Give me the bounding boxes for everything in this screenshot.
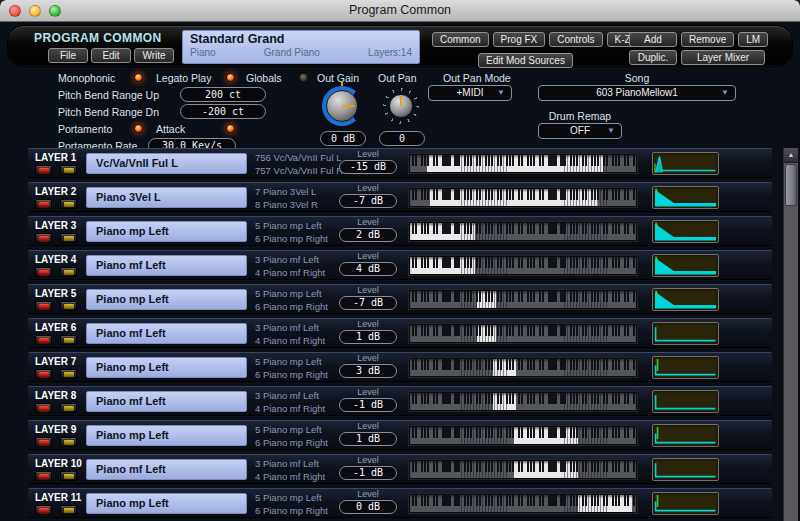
keyboard-range[interactable] xyxy=(408,221,638,242)
layer-solo-led-button[interactable] xyxy=(60,199,77,209)
envelope-display[interactable] xyxy=(652,322,719,345)
minimize-button[interactable] xyxy=(29,5,41,17)
edit-button[interactable]: Edit xyxy=(91,48,131,63)
layer-solo-led-button[interactable] xyxy=(60,369,77,379)
tab-common[interactable]: Common xyxy=(432,32,489,47)
envelope-display[interactable] xyxy=(652,424,719,447)
level-value-field[interactable]: -1 dB xyxy=(339,398,397,412)
layer-name-field[interactable]: Piano mp Left xyxy=(86,493,247,514)
layer-mute-led-button[interactable] xyxy=(35,437,52,447)
monophonic-led[interactable] xyxy=(134,73,143,82)
layer-name-field[interactable]: Piano 3Vel L xyxy=(86,187,247,208)
keyboard-range[interactable] xyxy=(408,425,638,446)
attack-led[interactable] xyxy=(226,124,235,133)
level-value-field[interactable]: 3 dB xyxy=(339,364,397,378)
layer-mute-led-button[interactable] xyxy=(35,165,52,175)
level-value-field[interactable]: 4 dB xyxy=(339,262,397,276)
zoom-button[interactable] xyxy=(49,5,61,17)
add-layer-button[interactable]: Add xyxy=(629,32,677,47)
layer-solo-led-button[interactable] xyxy=(60,471,77,481)
envelope-display[interactable] xyxy=(652,458,719,481)
edit-mod-sources-button[interactable]: Edit Mod Sources xyxy=(478,53,573,68)
envelope-display[interactable] xyxy=(652,152,719,175)
layer-name-field[interactable]: Piano mp Left xyxy=(86,425,247,446)
layer-name-field[interactable]: Piano mp Left xyxy=(86,357,247,378)
envelope-display[interactable] xyxy=(652,220,719,243)
scroll-up-button[interactable]: ▲ xyxy=(784,148,798,163)
layer-solo-led-button[interactable] xyxy=(60,267,77,277)
envelope-display[interactable] xyxy=(652,492,719,515)
song-select[interactable]: 603 PianoMellow1 ▼ xyxy=(538,85,736,101)
layer-solo-led-button[interactable] xyxy=(60,403,77,413)
level-value-field[interactable]: 1 dB xyxy=(339,432,397,446)
keyboard-range[interactable] xyxy=(408,357,638,378)
layer-solo-led-button[interactable] xyxy=(60,335,77,345)
keyboard-range[interactable] xyxy=(408,493,638,514)
program-name-box[interactable]: Standard Grand Piano Grand Piano Layers:… xyxy=(182,30,420,64)
layer-name-field[interactable]: Vc/Va/VnII Ful L xyxy=(86,153,247,174)
level-value-field[interactable]: 2 dB xyxy=(339,228,397,242)
level-value-field[interactable]: 1 dB xyxy=(339,330,397,344)
window-titlebar[interactable]: Program Common xyxy=(0,0,800,22)
layer-solo-led-button[interactable] xyxy=(60,233,77,243)
write-button[interactable]: Write xyxy=(134,48,174,63)
layer-mixer-button[interactable]: Layer Mixer xyxy=(681,50,765,65)
tab-controls[interactable]: Controls xyxy=(549,32,602,47)
layer-solo-led-button[interactable] xyxy=(60,437,77,447)
level-value-field[interactable]: -7 dB xyxy=(339,296,397,310)
keyboard-range[interactable] xyxy=(408,153,638,174)
keyboard-range[interactable] xyxy=(408,255,638,276)
out-gain-knob[interactable] xyxy=(322,86,362,126)
legato-play-led[interactable] xyxy=(226,73,235,82)
layer-mute-led-button[interactable] xyxy=(35,369,52,379)
keyboard-range[interactable] xyxy=(408,391,638,412)
pitch-bend-dn-field[interactable]: -200 ct xyxy=(180,104,266,119)
layer-mute-led-button[interactable] xyxy=(35,267,52,277)
portamento-led[interactable] xyxy=(134,124,143,133)
layer-solo-led-button[interactable] xyxy=(60,505,77,515)
layer-mute-led-button[interactable] xyxy=(35,471,52,481)
layer-mute-led-button[interactable] xyxy=(35,233,52,243)
layer-name-field[interactable]: Piano mf Left xyxy=(86,459,247,480)
envelope-display[interactable] xyxy=(652,390,719,413)
layer-mute-led-button[interactable] xyxy=(35,505,52,515)
duplicate-layer-button[interactable]: Duplic. xyxy=(629,50,677,65)
globals-led[interactable] xyxy=(299,73,308,82)
file-button[interactable]: File xyxy=(48,48,88,63)
level-value-field[interactable]: -15 dB xyxy=(339,160,397,174)
out-pan-mode-select[interactable]: +MIDI ▼ xyxy=(428,85,512,101)
envelope-display[interactable] xyxy=(652,186,719,209)
keyboard-range[interactable] xyxy=(408,323,638,344)
envelope-display[interactable] xyxy=(652,356,719,379)
envelope-display[interactable] xyxy=(652,288,719,311)
keyboard-range[interactable] xyxy=(408,459,638,480)
layer-name-field[interactable]: Piano mp Left xyxy=(86,289,247,310)
out-pan-knob[interactable] xyxy=(383,88,419,124)
layer-mute-led-button[interactable] xyxy=(35,403,52,413)
layer-solo-led-button[interactable] xyxy=(60,165,77,175)
level-value-field[interactable]: 0 dB xyxy=(339,500,397,514)
vertical-scrollbar[interactable]: ▲ xyxy=(783,148,798,521)
layer-mute-led-button[interactable] xyxy=(35,335,52,345)
remove-layer-button[interactable]: Remove xyxy=(681,32,734,47)
layer-mute-led-button[interactable] xyxy=(35,199,52,209)
pitch-bend-up-field[interactable]: 200 ct xyxy=(180,87,266,102)
close-button[interactable] xyxy=(9,5,21,17)
level-value-field[interactable]: -1 dB xyxy=(339,466,397,480)
drum-remap-select[interactable]: OFF ▼ xyxy=(538,123,622,139)
keyboard-range[interactable] xyxy=(408,289,638,310)
lm-button[interactable]: LM xyxy=(738,32,768,47)
layer-name-field[interactable]: Piano mf Left xyxy=(86,323,247,344)
layer-name-field[interactable]: Piano mf Left xyxy=(86,255,247,276)
layer-mute-led-button[interactable] xyxy=(35,301,52,311)
scrollbar-thumb[interactable] xyxy=(785,164,797,206)
keyboard-range[interactable] xyxy=(408,187,638,208)
layer-name-field[interactable]: Piano mf Left xyxy=(86,391,247,412)
out-pan-value-field[interactable]: 0 xyxy=(379,131,425,146)
out-gain-value-field[interactable]: 0 dB xyxy=(320,131,366,146)
tab-prog-fx[interactable]: Prog FX xyxy=(493,32,546,47)
envelope-display[interactable] xyxy=(652,254,719,277)
layer-solo-led-button[interactable] xyxy=(60,301,77,311)
layer-name-field[interactable]: Piano mp Left xyxy=(86,221,247,242)
level-value-field[interactable]: -7 dB xyxy=(339,194,397,208)
